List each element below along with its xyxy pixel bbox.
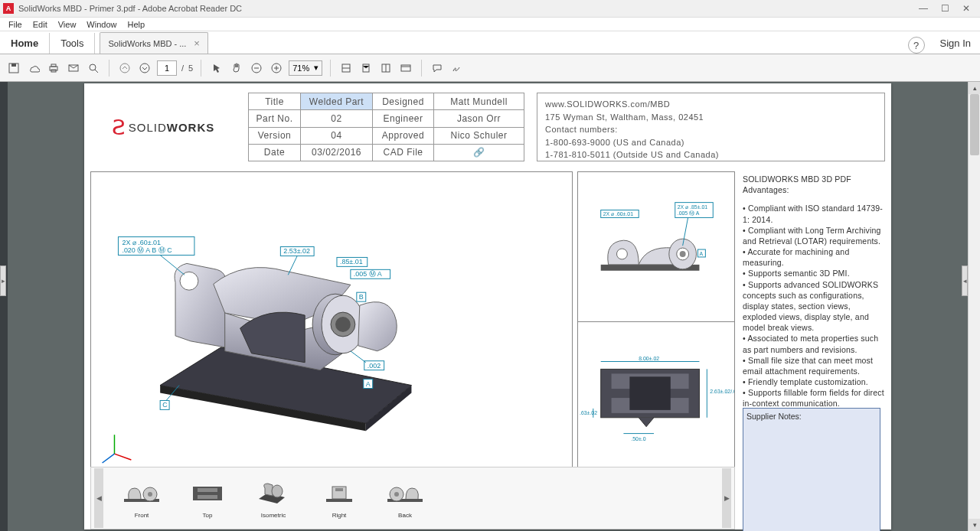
pointer-icon[interactable] xyxy=(209,60,224,76)
svg-point-21 xyxy=(180,272,198,290)
svg-text:.85±.01: .85±.01 xyxy=(340,258,363,266)
thumb-prev-button[interactable]: ◀ xyxy=(94,468,103,528)
svg-point-8 xyxy=(120,64,129,73)
search-icon[interactable] xyxy=(86,60,101,76)
signin-button[interactable]: Sign In xyxy=(931,33,980,54)
svg-point-9 xyxy=(140,64,149,73)
tab-tools[interactable]: Tools xyxy=(50,33,95,54)
svg-line-44 xyxy=(351,351,366,363)
expand-right-icon[interactable]: ◂ xyxy=(962,266,968,296)
thumb-iso[interactable]: Isometric xyxy=(250,478,296,519)
scroll-thumb[interactable] xyxy=(970,94,979,155)
menu-window[interactable]: Window xyxy=(81,20,122,29)
menu-help[interactable]: Help xyxy=(122,20,150,29)
expand-left-icon[interactable]: ▸ xyxy=(0,266,6,296)
approved-label: Approved xyxy=(373,127,434,144)
title-value[interactable]: Welded Part xyxy=(301,93,373,110)
partno-label: Part No. xyxy=(249,110,301,127)
cloud-icon[interactable] xyxy=(26,60,41,76)
tab-document-label: SolidWorks MBD - ... xyxy=(108,39,186,48)
date-label: Date xyxy=(249,144,301,161)
cadfile-value: 🔗 xyxy=(434,144,524,161)
thumb-back[interactable]: Back xyxy=(382,478,428,519)
adv-b4: • Supports semantic 3D PMI. xyxy=(743,268,885,279)
vertical-scrollbar[interactable]: ▴ ▾ xyxy=(968,82,980,531)
svg-rect-64 xyxy=(629,376,670,410)
comment-icon[interactable] xyxy=(430,60,445,76)
minimize-button[interactable]: — xyxy=(913,1,934,16)
hand-icon[interactable] xyxy=(229,60,244,76)
svg-text:.002: .002 xyxy=(368,362,381,370)
sign-icon[interactable] xyxy=(449,60,465,76)
side-view-top[interactable]: 2X ⌀ .85±.01 .005 Ⓜ A A 2X ⌀ .60±.01 xyxy=(578,172,734,322)
svg-rect-3 xyxy=(51,64,56,67)
maximize-button[interactable]: ☐ xyxy=(934,1,956,16)
page-current-input[interactable] xyxy=(157,60,177,76)
svg-text:A: A xyxy=(699,251,703,256)
menu-view[interactable]: View xyxy=(53,20,82,29)
svg-text:.005 Ⓜ A: .005 Ⓜ A xyxy=(678,210,700,216)
read-mode-icon[interactable] xyxy=(398,60,413,76)
zoom-select[interactable]: 71%▾ xyxy=(289,60,322,76)
attachment-icon[interactable]: 🔗 xyxy=(473,147,485,158)
menu-edit[interactable]: Edit xyxy=(28,20,53,29)
window-title: SolidWorks MBD - Primer 3.pdf - Adobe Ac… xyxy=(18,4,242,13)
print-icon[interactable] xyxy=(46,60,61,76)
supplier-notes-field[interactable]: Supplier Notes: xyxy=(743,408,880,531)
svg-point-85 xyxy=(394,492,399,497)
thumb-right[interactable]: Right xyxy=(316,478,362,519)
page-up-icon[interactable] xyxy=(117,60,132,76)
logo-text-b: WORKS xyxy=(167,121,215,134)
svg-text:A: A xyxy=(366,380,371,388)
scroll-up-icon[interactable]: ▴ xyxy=(969,82,980,94)
scroll-down-icon[interactable]: ▾ xyxy=(969,519,980,531)
zoom-out-icon[interactable] xyxy=(249,60,264,76)
tab-home[interactable]: Home xyxy=(0,33,50,54)
save-icon[interactable] xyxy=(6,60,21,76)
title-label: Title xyxy=(249,93,301,110)
close-button[interactable]: ✕ xyxy=(956,1,977,16)
svg-rect-80 xyxy=(326,499,352,502)
page-total: 5 xyxy=(188,64,193,73)
dim-d2: .020 Ⓜ A B Ⓜ C xyxy=(122,246,172,254)
fit-width-icon[interactable] xyxy=(338,60,354,76)
thumb-top[interactable]: Top xyxy=(185,478,230,519)
adv-b1: • Compliant with ISO standard 14739-1: 2… xyxy=(743,203,885,224)
left-panel-bar[interactable] xyxy=(0,82,8,531)
content-area: ▸ Ƨ SOLIDWORKS Title Welded Part Designe… xyxy=(0,82,980,531)
dim-d1: 2X ⌀ .60±.01 xyxy=(122,239,161,246)
thumb-back-label: Back xyxy=(398,512,412,519)
page-down-icon[interactable] xyxy=(137,60,152,76)
menu-file[interactable]: File xyxy=(3,20,28,29)
adv-b8: • Friendly template customization. xyxy=(743,376,885,387)
tab-document[interactable]: SolidWorks MBD - ... × xyxy=(100,32,207,54)
page-sep: / xyxy=(181,64,184,73)
adv-b9: • Supports fillable form fields for dire… xyxy=(743,387,885,409)
logo-mark-icon: Ƨ xyxy=(112,115,126,140)
contact-url: www.SOLIDWORKS.com/MBD xyxy=(545,98,877,111)
page-viewport[interactable]: Ƨ SOLIDWORKS Title Welded Part Designed … xyxy=(8,82,968,531)
side-view-bottom[interactable]: 8.00±.02 2.63±.02/.03±.02 .50±.0 .63±.02 xyxy=(578,322,734,471)
zoom-in-icon[interactable] xyxy=(269,60,284,76)
thumb-top-label: Top xyxy=(203,512,213,519)
help-icon[interactable]: ? xyxy=(908,37,925,54)
cadfile-label: CAD File xyxy=(373,144,434,161)
svg-text:2X ⌀ .60±.01: 2X ⌀ .60±.01 xyxy=(603,211,634,217)
main-3d-view[interactable]: 2X ⌀ .60±.01 .020 Ⓜ A B Ⓜ C 2.53±.02 .85… xyxy=(90,171,573,467)
fit-page-icon[interactable] xyxy=(358,60,374,76)
chevron-down-icon: ▾ xyxy=(314,63,318,73)
contact-phone2: 1-781-810-5011 (Outside US and Canada) xyxy=(545,148,877,161)
thumb-next-button[interactable]: ▶ xyxy=(722,468,731,528)
svg-text:.63±.02: .63±.02 xyxy=(580,410,597,415)
pdf-page: Ƨ SOLIDWORKS Title Welded Part Designed … xyxy=(84,83,891,529)
adv-b3: • Accurate for machining and measuring. xyxy=(743,246,885,268)
tab-close-icon[interactable]: × xyxy=(194,37,200,49)
thumb-front[interactable]: Front xyxy=(119,478,165,519)
svg-point-25 xyxy=(335,317,351,332)
page-view-icon[interactable] xyxy=(378,60,394,76)
svg-line-7 xyxy=(95,70,98,73)
svg-rect-77 xyxy=(198,488,217,492)
mail-icon[interactable] xyxy=(66,60,81,76)
svg-text:.50±.0: .50±.0 xyxy=(631,437,645,442)
toolbar: / 5 71%▾ xyxy=(0,54,980,82)
